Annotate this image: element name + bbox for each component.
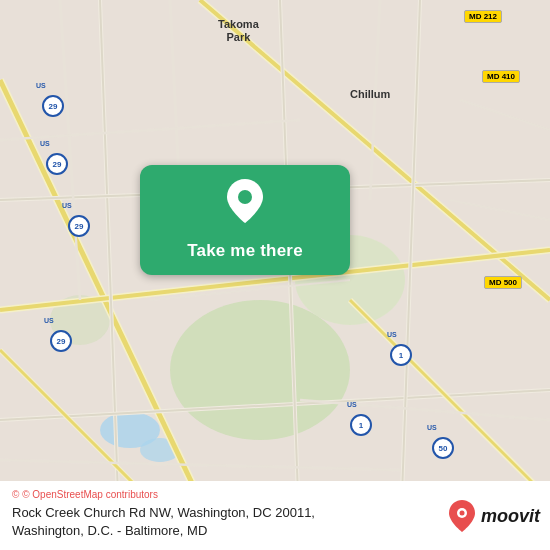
map-container: 29 US 29 US 29 US 29 US 1 US 1 US 50 US …: [0, 0, 550, 550]
us50-badge: 50: [432, 437, 454, 459]
take-me-there-label: Take me there: [187, 241, 303, 261]
map-roads-svg: [0, 0, 550, 550]
moovit-logo: moovit: [449, 500, 540, 532]
us-label-2: US: [40, 140, 50, 147]
us29-badge-4: 29: [50, 330, 72, 352]
moovit-pin-icon: [449, 500, 475, 532]
takoma-park-label: TakomaPark: [218, 18, 259, 44]
us-label-1: US: [36, 82, 46, 89]
us1-badge-2: 1: [350, 414, 372, 436]
md410-badge: MD 410: [482, 70, 520, 83]
us-label-3: US: [62, 202, 72, 209]
us1-badge-1: 1: [390, 344, 412, 366]
take-me-there-button[interactable]: Take me there: [140, 165, 350, 275]
svg-line-31: [0, 460, 400, 470]
svg-line-30: [450, 200, 550, 220]
us29-badge-1: 29: [42, 95, 64, 117]
svg-point-34: [238, 190, 252, 204]
svg-line-28: [370, 0, 380, 200]
md212-badge: MD 212: [464, 10, 502, 23]
svg-line-25: [60, 0, 80, 300]
location-pin-icon: [227, 179, 263, 223]
location-description: Rock Creek Church Rd NW, Washington, DC …: [12, 504, 315, 540]
moovit-brand-text: moovit: [481, 506, 540, 527]
us-label-4: US: [44, 317, 54, 324]
svg-point-36: [459, 511, 464, 516]
us-label-7: US: [427, 424, 437, 431]
osm-copyright-icon: ©: [12, 489, 19, 500]
us29-badge-3: 29: [68, 215, 90, 237]
osm-attribution: © © OpenStreetMap contributors: [12, 489, 538, 500]
svg-line-27: [0, 120, 300, 140]
bottom-info-bar: © © OpenStreetMap contributors Rock Cree…: [0, 481, 550, 550]
svg-point-0: [170, 300, 350, 440]
md500-badge: MD 500: [484, 276, 522, 289]
us-label-5: US: [387, 331, 397, 338]
osm-credit-text: © OpenStreetMap contributors: [22, 489, 158, 500]
us29-badge-2: 29: [46, 153, 68, 175]
svg-line-32: [300, 400, 550, 420]
svg-line-29: [460, 100, 550, 130]
location-line1: Rock Creek Church Rd NW, Washington, DC …: [12, 505, 315, 520]
location-line2: Washington, D.C. - Baltimore, MD: [12, 523, 207, 538]
us-label-6: US: [347, 401, 357, 408]
chillum-label: Chillum: [350, 88, 390, 100]
